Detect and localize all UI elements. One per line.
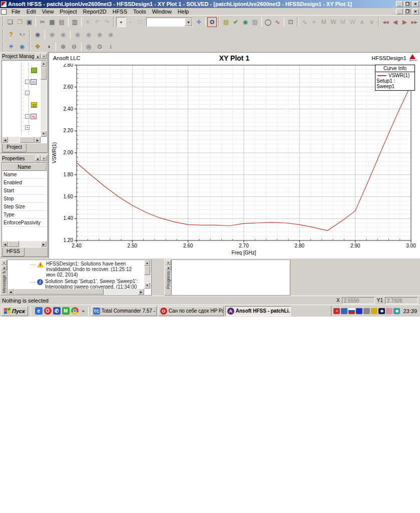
wave-m2-icon[interactable]: M [338,17,347,27]
project-tree-hscrollbar[interactable]: ◀ ▶ [2,137,41,143]
properties-close-icon[interactable]: × [41,156,47,161]
toolbar-grip[interactable] [113,18,115,27]
project-tree[interactable]: ▦-○-▤-∿++ ▲ ▼ ◀ ▶ [2,60,47,143]
task-button-ansoft-task[interactable]: AAnsoft HFSS - patchLi... [225,306,291,316]
scroll-left-icon[interactable]: ◀ [2,241,8,247]
scroll-up-icon[interactable]: ▲ [41,61,47,67]
tray-blue-app-icon[interactable] [356,308,362,314]
validate-icon[interactable]: ▤ [221,17,231,27]
message-hscrollbar[interactable]: ◀ ▶ [8,289,144,295]
toolbar-grip[interactable] [3,42,4,51]
pan-icon[interactable]: ✥ [32,42,43,52]
wave-down-icon[interactable]: ∨ [367,17,376,27]
tree-node[interactable]: ▦ [31,68,37,73]
zoom-in-icon[interactable]: ⊕ [58,42,69,52]
collapse-node-icon[interactable]: - [25,80,30,84]
close-button[interactable]: × [412,1,419,7]
menu-hfss[interactable]: HFSS [110,9,130,15]
scroll-left-icon[interactable]: ◀ [8,289,14,295]
child-close-button[interactable]: × [412,9,419,15]
message-item[interactable]: HFSSDesign1: Solutions have been invalid… [31,261,144,278]
zoom-out-icon[interactable]: ⊖ [69,42,80,52]
property-row[interactable]: Type [2,211,47,219]
expand-node-icon[interactable]: + [25,125,30,130]
copy-icon[interactable]: ▦ [47,17,57,27]
scroll-left-icon[interactable]: ◀ [2,137,8,143]
print-icon[interactable]: ▥ [70,17,80,27]
scroll-thumb[interactable] [8,241,19,247]
results-icon[interactable]: ▨ [250,17,260,27]
project-collapse-icon[interactable]: ▴ [35,54,41,59]
tab-hfss[interactable]: HFSS [2,248,25,256]
scroll-thumb[interactable] [14,289,104,295]
progress-close-icon[interactable]: × [166,260,171,265]
toolbar-grip[interactable] [29,30,31,39]
scroll-right-icon[interactable]: ▶ [41,241,47,247]
paste-icon[interactable]: ▤ [57,17,66,27]
analyze-icon[interactable]: ✔ [231,17,240,27]
quick-launch-overflow-icon[interactable]: » [81,309,86,314]
tree-node[interactable]: ▤ [31,102,37,108]
coordinate-system-icon[interactable]: ◉ [17,42,28,52]
property-row[interactable]: Start [2,187,47,195]
menu-tools[interactable]: Tools [130,9,149,15]
rotate-view-icon[interactable]: ◑ [43,42,54,52]
tab-project[interactable]: Project [2,144,27,152]
tree-node[interactable]: -∿ [25,114,37,119]
nav-first-icon[interactable]: ◀◀ [381,17,390,27]
selection-combobox[interactable]: ▼ [146,18,193,27]
tray-pink-icon[interactable] [386,308,392,314]
tray-language-ru-icon[interactable] [348,308,355,314]
tree-node[interactable]: - [25,91,30,95]
property-row[interactable]: Stop [2,195,47,203]
cut-icon[interactable]: ✂ [38,17,47,27]
open-file-icon[interactable]: ❐ [15,17,25,27]
context-help-icon[interactable]: ↖? [17,30,28,40]
opera-quicklaunch-icon[interactable]: O [44,307,52,315]
progress-pin-icon[interactable]: ◂ [166,265,171,270]
toolbar-grip[interactable] [29,42,31,51]
toolbar-grip[interactable] [218,18,220,27]
task-button-opera-task[interactable]: OСан по себе сдох HP Ра... [158,306,224,316]
property-row[interactable]: Step Size [2,203,47,211]
new-file-icon[interactable]: ❏ [6,17,15,27]
menu-window[interactable]: Window [149,9,175,15]
minimize-button[interactable]: _ [396,1,403,7]
menu-report2d[interactable]: Report2D [80,9,110,15]
tree-node[interactable]: + [25,125,30,130]
zoom-area-icon[interactable]: ◯ [263,17,273,27]
zoom-window-icon[interactable]: ◎ [83,42,94,52]
restore-button[interactable]: ❐ [404,1,411,7]
tray-display-icon[interactable] [341,308,347,314]
child-window-icon[interactable] [1,9,7,15]
toolbar-grip[interactable] [3,30,4,39]
toolbar-grip[interactable] [297,18,298,27]
message-pin-icon[interactable]: ◂ [2,265,7,270]
xy-plot-canvas[interactable]: 2.402.502.602.702.802.903.001.201.401.60… [49,64,419,259]
properties-collapse-icon[interactable]: ▴ [35,156,41,161]
tree-node[interactable]: -○ [25,79,37,85]
scroll-thumb[interactable] [41,67,47,80]
curve-info-legend[interactable]: Curve Info VSWR(1) Setup1 : Sweep1 [375,65,415,91]
scroll-right-icon[interactable]: ▶ [138,289,144,295]
help-icon[interactable]: ? [6,30,17,40]
nav-prev-icon[interactable]: ◀ [390,17,400,27]
menu-help[interactable]: Help [175,9,192,15]
save-icon[interactable]: ▣ [25,17,34,27]
collapse-node-icon[interactable]: - [25,114,30,119]
collapse-node-icon[interactable]: - [25,91,30,95]
chrome-quicklaunch-icon[interactable] [71,307,79,315]
xy-plot-window[interactable]: Ansoft LLC XY Plot 1 HFSSDesign1 ANSOFT … [49,52,420,259]
project-tree-vscrollbar[interactable]: ▲ ▼ [41,61,47,137]
child-restore-button[interactable]: ❐ [404,9,411,15]
start-button[interactable]: Пуск [1,306,28,316]
properties-hscrollbar[interactable]: ◀ ▶ [2,241,47,247]
messenger-quicklaunch-icon[interactable]: ✆ [53,307,61,315]
toolbar-grip[interactable] [378,18,379,27]
toolbar-grip[interactable] [3,18,4,27]
mediaget-quicklaunch-icon[interactable]: M [62,307,70,315]
nav-next-icon[interactable]: ▶ [400,17,409,27]
menu-view[interactable]: View [39,9,57,15]
property-row[interactable]: Name [2,171,47,179]
nav-last-icon[interactable]: ▶▶ [409,17,419,27]
